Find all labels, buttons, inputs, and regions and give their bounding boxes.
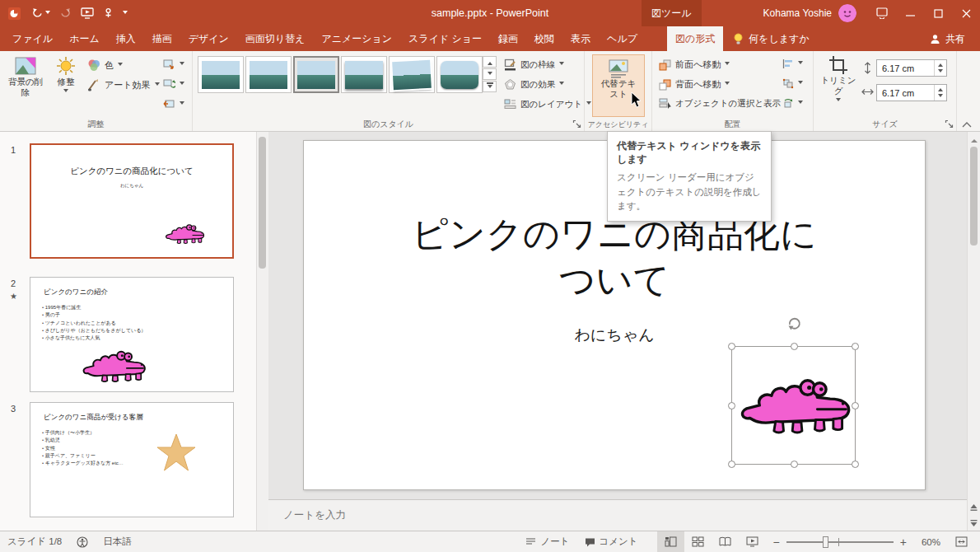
slide-thumbnail-3[interactable]: ピンクのワニ商品が受ける客層 子供向け（〜小学生） 乳幼児 女性 親子ペア、ファ… xyxy=(30,402,234,517)
tab-transitions[interactable]: 画面切り替え xyxy=(237,26,314,51)
tab-home[interactable]: ホーム xyxy=(61,26,108,51)
main-scrollbar[interactable] xyxy=(967,132,980,499)
styles-more-button[interactable] xyxy=(483,81,497,92)
shape-height-field[interactable]: 6.17 cm xyxy=(876,59,947,77)
resize-handle-se[interactable] xyxy=(852,461,859,468)
picture-border-button[interactable]: 図の枠線 xyxy=(504,58,564,71)
quick-access-toolbar xyxy=(0,0,128,26)
resize-handle-s[interactable] xyxy=(791,461,798,468)
tab-animations[interactable]: アニメーション xyxy=(313,26,400,51)
share-button[interactable]: 共有 xyxy=(930,32,965,46)
picture-style-5[interactable] xyxy=(389,56,435,93)
resize-handle-sw[interactable] xyxy=(728,461,735,468)
chevron-up-icon xyxy=(488,59,492,65)
zoom-slider-thumb[interactable] xyxy=(823,536,828,548)
shape-width-field[interactable]: 6.17 cm xyxy=(876,84,947,101)
zoom-out-button[interactable]: − xyxy=(766,531,782,552)
close-button[interactable] xyxy=(952,0,980,26)
picture-effects-button[interactable]: 図の効果 xyxy=(504,78,564,91)
accessibility-checker-button[interactable] xyxy=(69,531,96,552)
tab-record[interactable]: 録画 xyxy=(490,26,526,51)
picture-layout-button[interactable]: 図のレイアウト xyxy=(504,98,591,110)
width-stepper[interactable] xyxy=(934,85,946,101)
customize-qat-chevron-icon[interactable] xyxy=(123,11,128,16)
picture-style-6[interactable] xyxy=(436,56,483,93)
slide-indicator[interactable]: スライド 1/8 xyxy=(0,531,69,552)
scrollbar-thumb[interactable] xyxy=(970,147,978,246)
ribbon-display-options-button[interactable] xyxy=(868,0,896,26)
notes-pane[interactable]: ノートを入力 xyxy=(268,499,967,531)
maximize-button[interactable] xyxy=(924,0,952,26)
rotate-icon xyxy=(782,98,794,109)
resize-handle-nw[interactable] xyxy=(728,343,735,350)
previous-slide-button[interactable] xyxy=(967,499,980,515)
picture-style-2[interactable] xyxy=(245,56,292,93)
user-avatar[interactable] xyxy=(838,4,856,22)
color-button[interactable]: 色 xyxy=(87,58,123,72)
reset-picture-button[interactable] xyxy=(163,98,184,110)
group-objects-button[interactable] xyxy=(782,78,803,89)
tab-help[interactable]: ヘルプ xyxy=(599,26,646,51)
height-stepper[interactable] xyxy=(934,60,946,76)
picture-style-1[interactable] xyxy=(198,56,244,93)
artistic-effects-button[interactable]: アート効果 xyxy=(87,78,160,91)
rotate-handle[interactable] xyxy=(786,315,802,331)
fit-to-window-button[interactable] xyxy=(948,531,975,552)
scroll-up-icon[interactable] xyxy=(971,136,978,143)
crop-button[interactable]: トリミング xyxy=(819,55,858,104)
collapse-ribbon-button[interactable] xyxy=(962,121,972,128)
resize-handle-n[interactable] xyxy=(791,343,798,350)
slide-title[interactable]: ピンクのワニの商品化に ついて xyxy=(351,211,878,304)
styles-scroll-up-button[interactable] xyxy=(483,56,497,68)
picture-style-3-selected[interactable] xyxy=(293,56,339,93)
style-thumbnail xyxy=(392,59,432,89)
send-backward-button[interactable]: 背面へ移動 xyxy=(659,78,730,91)
tab-insert[interactable]: 挿入 xyxy=(108,26,144,51)
scrollbar-thumb[interactable] xyxy=(259,137,266,269)
resize-handle-w[interactable] xyxy=(728,402,735,409)
group-picture-styles: 図の枠線 図の効果 図のレイアウト 図のスタイル xyxy=(193,51,585,131)
picture-style-4[interactable] xyxy=(341,56,387,93)
tab-file[interactable]: ファイル xyxy=(4,26,61,51)
zoom-slider[interactable] xyxy=(786,541,894,543)
slide-thumbnail-2[interactable]: ピンクのワニの紹介 1995年春に誕生 男の子 ツチノコといわれたことがある さ… xyxy=(30,277,234,392)
notes-toggle-button[interactable]: ノート xyxy=(518,531,576,552)
selection-pane-button[interactable]: オブジェクトの選択と表示 xyxy=(659,98,781,110)
reading-view-button[interactable] xyxy=(712,531,739,552)
thumbnail-panel-scrollbar[interactable] xyxy=(256,132,268,531)
tell-me-box[interactable]: 何をしますか xyxy=(733,32,809,46)
tab-review[interactable]: 校閲 xyxy=(526,26,562,51)
slide-thumbnail-1[interactable]: ピンクのワニの商品化について わにちゃん xyxy=(30,143,234,259)
redo-button[interactable] xyxy=(59,7,72,19)
minimize-button[interactable] xyxy=(896,0,924,26)
touch-mouse-mode-button[interactable] xyxy=(103,7,114,19)
slide-sorter-view-button[interactable] xyxy=(684,531,712,552)
rotate-button[interactable] xyxy=(782,98,803,109)
chevron-down-icon[interactable] xyxy=(45,11,50,16)
comments-toggle-button[interactable]: コメント xyxy=(577,531,646,552)
corrections-button[interactable]: 修整 xyxy=(48,55,84,95)
tab-draw[interactable]: 描画 xyxy=(144,26,180,51)
styles-scroll-down-button[interactable] xyxy=(483,68,497,80)
undo-button[interactable] xyxy=(31,7,50,19)
tab-view[interactable]: 表示 xyxy=(562,26,599,51)
slideshow-view-button[interactable] xyxy=(739,531,766,552)
normal-view-button[interactable] xyxy=(657,531,684,552)
change-picture-button[interactable] xyxy=(163,78,184,90)
tab-design[interactable]: デザイン xyxy=(180,26,237,51)
pink-crocodile-image[interactable] xyxy=(739,369,859,438)
tab-picture-format[interactable]: 図の形式 xyxy=(667,26,723,51)
language-indicator[interactable]: 日本語 xyxy=(96,531,139,552)
zoom-level[interactable]: 60% xyxy=(914,531,948,552)
next-slide-button[interactable] xyxy=(967,515,980,531)
align-button[interactable] xyxy=(782,58,803,69)
tab-slideshow[interactable]: スライド ショー xyxy=(400,26,490,51)
zoom-in-button[interactable]: + xyxy=(898,531,914,552)
powerpoint-app-icon[interactable] xyxy=(8,7,22,21)
user-name[interactable]: Kohama Yoshie xyxy=(763,7,832,19)
compress-picture-button[interactable] xyxy=(163,58,184,70)
resize-handle-ne[interactable] xyxy=(852,343,859,350)
slideshow-from-start-button[interactable] xyxy=(81,7,94,19)
bring-forward-button[interactable]: 前面へ移動 xyxy=(659,58,730,71)
remove-background-button[interactable]: 背景の削除 xyxy=(5,55,46,98)
